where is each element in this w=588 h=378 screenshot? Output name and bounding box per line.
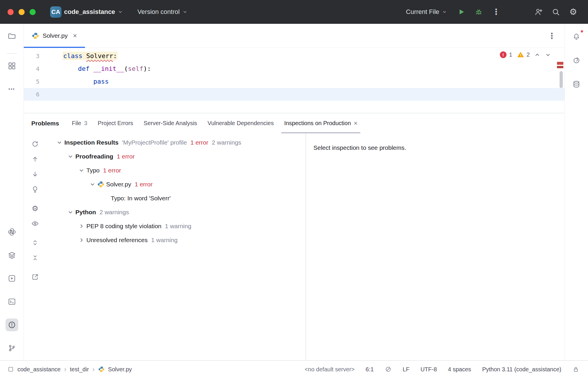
python-packages-tool-button[interactable] — [6, 226, 18, 238]
typo-word: Solverr — [86, 52, 113, 60]
error-stripe-mark[interactable] — [557, 62, 563, 65]
next-problem-button[interactable] — [30, 169, 40, 179]
tree-row-typo-detail[interactable]: Typo: In word 'Solverr' — [46, 191, 306, 205]
caret-position-widget[interactable]: 6:1 — [366, 366, 374, 373]
python-outline-icon — [8, 228, 16, 236]
quick-fix-button[interactable] — [30, 184, 40, 194]
warning-stripe-mark[interactable] — [557, 66, 563, 68]
readonly-lock-icon[interactable] — [572, 366, 579, 373]
strip-divider — [7, 53, 17, 54]
chevron-down-icon[interactable] — [77, 165, 86, 175]
database-icon — [572, 80, 580, 88]
chevron-right-icon[interactable] — [77, 235, 86, 245]
database-tool-button[interactable] — [570, 78, 583, 91]
tree-row-pep8[interactable]: PEP 8 coding style violation 1 warning — [46, 219, 306, 233]
collapse-all-button[interactable] — [30, 253, 40, 263]
expand-all-button[interactable] — [30, 238, 40, 248]
status-bar: code_assistance › test_dir › Solver.py <… — [0, 360, 588, 378]
tree-label: PEP 8 coding style violation — [86, 223, 161, 230]
search-everywhere-button[interactable] — [549, 5, 562, 19]
tree-row-python[interactable]: Python 2 warnings — [46, 205, 306, 219]
close-tab-icon[interactable]: × — [354, 120, 357, 127]
notifications-button[interactable] — [570, 30, 583, 43]
breadcrumb-project[interactable]: code_assistance — [17, 366, 61, 373]
tab-options-button[interactable]: ⋮ — [548, 31, 556, 41]
breadcrumb-file[interactable]: Solver.py — [108, 366, 132, 373]
close-window-button[interactable] — [8, 9, 14, 15]
tab-project-errors[interactable]: Project Errors — [92, 113, 138, 133]
line-separator-widget[interactable]: LF — [403, 366, 409, 373]
window-controls — [8, 9, 36, 15]
tab-label: Vulnerable Dependencies — [208, 120, 274, 127]
tree-row-solver-file[interactable]: Solver.py 1 error — [46, 177, 306, 191]
tab-file[interactable]: File 3 — [67, 113, 92, 133]
structure-tool-button[interactable] — [6, 60, 18, 72]
indent-widget[interactable]: 4 spaces — [448, 366, 471, 373]
open-in-editor-button[interactable] — [30, 272, 40, 282]
editor-scrollbar-thumb[interactable] — [560, 71, 563, 88]
python-console-tool-button[interactable] — [6, 249, 18, 262]
chevron-down-icon[interactable] — [55, 138, 64, 147]
chevron-down-icon[interactable] — [66, 152, 75, 161]
default-server-widget[interactable]: <no default server> — [305, 366, 355, 373]
tool-window-title: Problems — [31, 120, 67, 127]
error-stripe[interactable] — [557, 48, 563, 113]
code-with-me-button[interactable] — [532, 5, 545, 19]
tab-label: Project Errors — [98, 120, 133, 127]
code-line-caret: 6 — [24, 88, 565, 101]
debug-button[interactable] — [472, 5, 485, 19]
warning-count: 1 warning — [165, 223, 191, 230]
tab-label: File — [72, 120, 81, 127]
python-file-icon — [98, 366, 105, 372]
code-text: class Solverr: — [63, 50, 117, 62]
chevron-right-icon[interactable] — [77, 221, 86, 231]
tree-row-inspection-results[interactable]: Inspection Results 'MyProjectProfile' pr… — [46, 136, 306, 150]
preview-toggle-button[interactable] — [30, 219, 40, 228]
breadcrumb-directory[interactable]: test_dir — [70, 366, 89, 373]
editor-tab-solver[interactable]: Solver.py × — [24, 24, 85, 48]
tab-vulnerable-dependencies[interactable]: Vulnerable Dependencies — [202, 113, 279, 133]
code-text: def __init__(self): — [63, 62, 151, 75]
run-configuration-selector[interactable]: Current File — [402, 6, 451, 18]
highlighting-level-icon[interactable] — [385, 366, 392, 373]
warning-count: 2 warnings — [99, 209, 129, 216]
minimize-window-button[interactable] — [19, 9, 25, 15]
more-actions-button[interactable]: ⋮ — [489, 5, 503, 19]
code-editor[interactable]: 3 class Solverr: 4 def __init__(self): 5… — [24, 48, 565, 113]
run-button[interactable] — [455, 5, 468, 19]
tab-server-side-analysis[interactable]: Server-Side Analysis — [138, 113, 202, 133]
project-tool-button[interactable] — [6, 30, 18, 42]
tab-inspections-on-production[interactable]: Inspections on Production × — [279, 113, 363, 133]
tree-row-unresolved-references[interactable]: Unresolved references 1 warning — [46, 233, 306, 247]
next-problem-button[interactable] — [545, 52, 551, 58]
tree-row-proofreading[interactable]: Proofreading 1 error — [46, 150, 306, 163]
settings-button[interactable]: ⚙ — [567, 5, 580, 19]
tree-row-typo[interactable]: Typo 1 error — [46, 163, 306, 177]
more-tool-windows-button[interactable]: ••• — [6, 83, 18, 96]
chevron-down-icon[interactable] — [66, 207, 75, 217]
project-widget[interactable]: CA code_assistance — [47, 4, 126, 20]
notification-dot — [580, 30, 584, 33]
ai-assistant-button[interactable] — [570, 54, 583, 67]
tool-windows-toggle-icon[interactable] — [8, 366, 14, 372]
inspections-widget[interactable]: ! 1 2 — [500, 51, 551, 58]
tree-label: Typo: In word 'Solverr' — [111, 195, 170, 202]
chevron-down-icon — [442, 9, 447, 15]
previous-problem-button[interactable] — [534, 52, 540, 58]
services-tool-button[interactable] — [6, 272, 18, 285]
vcs-widget[interactable]: Version control — [134, 6, 191, 18]
previous-problem-button[interactable] — [30, 154, 40, 164]
play-icon — [457, 8, 465, 16]
add-user-icon — [534, 8, 543, 16]
zoom-window-button[interactable] — [30, 9, 36, 15]
interpreter-widget[interactable]: Python 3.11 (code_assistance) — [482, 366, 561, 373]
editor-tab-bar: Solver.py × ⋮ — [24, 24, 565, 48]
encoding-widget[interactable]: UTF-8 — [420, 366, 437, 373]
inspection-settings-button[interactable]: ⚙ — [30, 204, 40, 213]
chevron-down-icon[interactable] — [88, 179, 97, 189]
close-tab-icon[interactable]: × — [73, 32, 77, 39]
rerun-inspection-button[interactable] — [30, 139, 40, 149]
problems-tool-button[interactable] — [6, 318, 18, 331]
version-control-tool-button[interactable] — [6, 342, 18, 354]
terminal-tool-button[interactable] — [6, 295, 18, 308]
